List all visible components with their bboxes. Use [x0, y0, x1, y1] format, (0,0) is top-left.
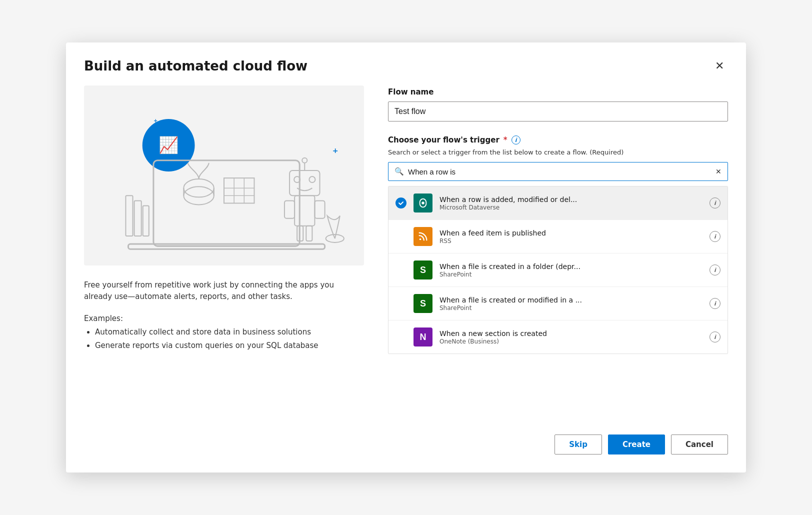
trigger-list: When a row is added, modified or del... …: [388, 186, 728, 354]
trigger-item-onenote[interactable]: N When a new section is created OneNote …: [388, 320, 728, 354]
dataverse-trigger-name: When a row is added, modified or del...: [440, 195, 702, 204]
trigger-info-icon[interactable]: i: [512, 136, 520, 144]
cancel-button[interactable]: Cancel: [671, 434, 728, 454]
onenote-trigger-name: When a new section is created: [440, 329, 702, 338]
svg-text:+: +: [154, 118, 158, 124]
svg-rect-13: [126, 196, 132, 236]
modal-title: Build an automated cloud flow: [84, 58, 308, 74]
trigger-label-text: Choose your flow's trigger: [388, 136, 500, 144]
trigger-search-box: 🔍 ✕: [388, 162, 728, 181]
svg-point-30: [420, 238, 422, 240]
rss-trigger-text: When a feed item is published RSS: [440, 228, 702, 244]
description-text: Free yourself from repetitive work just …: [84, 280, 364, 302]
trigger-hint: Search or select a trigger from the list…: [388, 148, 728, 156]
trigger-item-sharepoint2[interactable]: S When a file is created or modified in …: [388, 287, 728, 320]
sharepoint1-info-icon[interactable]: i: [710, 264, 720, 276]
trigger-search-input[interactable]: [408, 168, 712, 176]
svg-point-4: [184, 179, 214, 197]
dataverse-trigger-text: When a row is added, modified or del... …: [440, 195, 702, 211]
dataverse-trigger-service: Microsoft Dataverse: [440, 204, 702, 211]
onenote-trigger-service: OneNote (Business): [440, 338, 702, 345]
clear-search-button[interactable]: ✕: [716, 168, 722, 176]
onenote-trigger-text: When a new section is created OneNote (B…: [440, 329, 702, 345]
svg-rect-19: [294, 196, 314, 226]
onenote-info-icon[interactable]: i: [710, 332, 720, 342]
sharepoint1-trigger-service: SharePoint: [440, 271, 702, 278]
rss-trigger-name: When a feed item is published: [440, 228, 702, 238]
selected-check-icon: [396, 198, 406, 208]
svg-text:📈: 📈: [158, 136, 179, 154]
example-item-1: Automatically collect and store data in …: [95, 327, 364, 338]
build-flow-modal: Build an automated cloud flow ✕ 📈: [66, 42, 746, 472]
dataverse-info-icon[interactable]: i: [710, 198, 720, 208]
trigger-item-sharepoint1[interactable]: S When a file is created in a folder (de…: [388, 254, 728, 287]
svg-text:+: +: [332, 146, 338, 154]
svg-rect-21: [314, 200, 324, 218]
trigger-item-rss[interactable]: When a feed item is published RSS i: [388, 220, 728, 254]
sharepoint2-info-icon[interactable]: i: [710, 298, 720, 309]
skip-button[interactable]: Skip: [554, 434, 602, 454]
svg-rect-16: [290, 170, 320, 196]
illustration-svg: 📈: [98, 94, 350, 256]
svg-point-5: [184, 186, 214, 204]
svg-rect-14: [134, 200, 142, 236]
trigger-label-row: Choose your flow's trigger * i: [388, 136, 728, 144]
svg-rect-20: [284, 200, 294, 218]
sharepoint2-trigger-name: When a file is created or modified in a …: [440, 296, 702, 304]
sharepoint2-trigger-service: SharePoint: [440, 304, 702, 312]
modal-body: 📈: [66, 86, 746, 420]
left-panel: 📈: [84, 86, 364, 420]
svg-rect-23: [306, 226, 312, 241]
required-star: *: [504, 136, 508, 144]
onenote-icon: N: [414, 328, 432, 346]
dataverse-icon: [414, 194, 432, 212]
illustration: 📈: [84, 86, 364, 266]
flow-name-input[interactable]: [388, 102, 728, 122]
sharepoint2-trigger-text: When a file is created or modified in a …: [440, 296, 702, 312]
examples-list: Automatically collect and store data in …: [84, 327, 364, 354]
flow-name-label: Flow name: [388, 88, 728, 96]
svg-point-18: [309, 176, 315, 182]
svg-rect-15: [143, 206, 149, 236]
svg-rect-8: [224, 178, 254, 203]
sharepoint1-trigger-name: When a file is created in a folder (depr…: [440, 262, 702, 271]
rss-trigger-service: RSS: [440, 238, 702, 244]
sharepoint2-icon: S: [414, 294, 432, 313]
sharepoint1-icon: S: [414, 260, 432, 280]
svg-point-29: [422, 202, 424, 204]
examples-title: Examples:: [84, 314, 364, 323]
example-item-2: Generate reports via custom queries on y…: [95, 340, 364, 351]
search-icon: 🔍: [394, 167, 404, 176]
right-panel: Flow name Choose your flow's trigger * i…: [388, 86, 728, 420]
rss-info-icon[interactable]: i: [710, 231, 720, 242]
modal-footer: Skip Create Cancel: [66, 420, 746, 472]
close-button[interactable]: ✕: [711, 58, 728, 74]
rss-icon: [414, 227, 432, 246]
svg-point-25: [302, 158, 307, 163]
create-button[interactable]: Create: [608, 434, 665, 454]
trigger-item-dataverse[interactable]: When a row is added, modified or del... …: [388, 186, 728, 220]
modal-header: Build an automated cloud flow ✕: [66, 42, 746, 86]
sharepoint1-trigger-text: When a file is created in a folder (depr…: [440, 262, 702, 278]
